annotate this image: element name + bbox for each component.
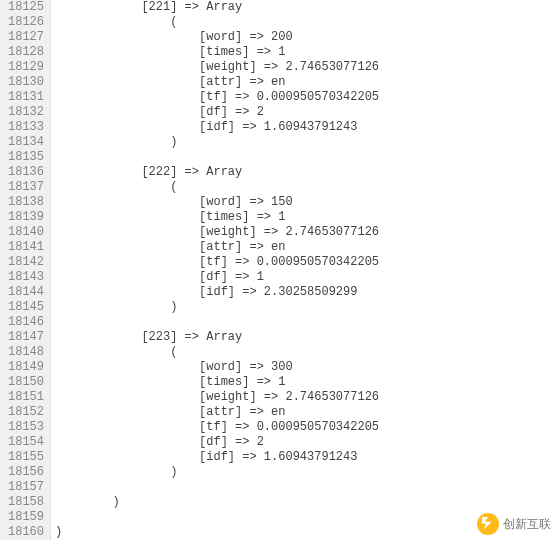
line-text: ) [51, 525, 62, 540]
line-number: 18152 [0, 405, 51, 420]
line-text: [idf] => 1.60943791243 [51, 120, 357, 135]
code-line: 18125 [221] => Array [0, 0, 557, 15]
code-line: 18152 [attr] => en [0, 405, 557, 420]
code-line: 18156 ) [0, 465, 557, 480]
code-line: 18153 [tf] => 0.000950570342205 [0, 420, 557, 435]
code-line: 18137 ( [0, 180, 557, 195]
line-text: ) [51, 300, 177, 315]
code-line: 18142 [tf] => 0.000950570342205 [0, 255, 557, 270]
line-text: [tf] => 0.000950570342205 [51, 255, 379, 270]
line-text: [tf] => 0.000950570342205 [51, 90, 379, 105]
line-text: [attr] => en [51, 240, 285, 255]
line-number: 18155 [0, 450, 51, 465]
line-number: 18154 [0, 435, 51, 450]
code-line: 18160) [0, 525, 557, 540]
code-line: 18143 [df] => 1 [0, 270, 557, 285]
code-line: 18154 [df] => 2 [0, 435, 557, 450]
line-text [51, 150, 55, 165]
code-line: 18148 ( [0, 345, 557, 360]
code-line: 18151 [weight] => 2.74653077126 [0, 390, 557, 405]
line-number: 18140 [0, 225, 51, 240]
watermark: 创新互联 [477, 513, 551, 535]
code-line: 18144 [idf] => 2.30258509299 [0, 285, 557, 300]
code-line: 18157 [0, 480, 557, 495]
code-line: 18150 [times] => 1 [0, 375, 557, 390]
code-line: 18127 [word] => 200 [0, 30, 557, 45]
line-number: 18150 [0, 375, 51, 390]
line-text: [word] => 150 [51, 195, 293, 210]
line-number: 18126 [0, 15, 51, 30]
line-text [51, 510, 55, 525]
line-number: 18149 [0, 360, 51, 375]
line-text: ( [51, 345, 177, 360]
line-text: [222] => Array [51, 165, 242, 180]
line-number: 18127 [0, 30, 51, 45]
line-number: 18138 [0, 195, 51, 210]
code-line: 18140 [weight] => 2.74653077126 [0, 225, 557, 240]
line-text: [weight] => 2.74653077126 [51, 225, 379, 240]
code-line: 18141 [attr] => en [0, 240, 557, 255]
code-line: 18134 ) [0, 135, 557, 150]
code-line: 18131 [tf] => 0.000950570342205 [0, 90, 557, 105]
line-text: [times] => 1 [51, 210, 285, 225]
code-line: 18146 [0, 315, 557, 330]
line-number: 18144 [0, 285, 51, 300]
line-number: 18153 [0, 420, 51, 435]
line-number: 18130 [0, 75, 51, 90]
line-number: 18141 [0, 240, 51, 255]
code-line: 18136 [222] => Array [0, 165, 557, 180]
code-line: 18133 [idf] => 1.60943791243 [0, 120, 557, 135]
line-text: [word] => 200 [51, 30, 293, 45]
line-number: 18136 [0, 165, 51, 180]
code-viewer: 18125 [221] => Array18126 (18127 [word] … [0, 0, 557, 540]
line-number: 18157 [0, 480, 51, 495]
bolt-icon [477, 513, 499, 535]
code-line: 18147 [223] => Array [0, 330, 557, 345]
code-line: 18126 ( [0, 15, 557, 30]
line-text: ) [51, 495, 120, 510]
line-number: 18160 [0, 525, 51, 540]
line-number: 18158 [0, 495, 51, 510]
line-number: 18148 [0, 345, 51, 360]
line-text: [idf] => 2.30258509299 [51, 285, 357, 300]
line-number: 18147 [0, 330, 51, 345]
line-text: [tf] => 0.000950570342205 [51, 420, 379, 435]
line-text: [attr] => en [51, 405, 285, 420]
line-text: [times] => 1 [51, 375, 285, 390]
line-text: [idf] => 1.60943791243 [51, 450, 357, 465]
code-line: 18135 [0, 150, 557, 165]
line-number: 18139 [0, 210, 51, 225]
line-text: ( [51, 15, 177, 30]
line-text: [df] => 1 [51, 270, 264, 285]
line-text: ) [51, 465, 177, 480]
line-text: [attr] => en [51, 75, 285, 90]
code-line: 18128 [times] => 1 [0, 45, 557, 60]
line-number: 18151 [0, 390, 51, 405]
line-text: ( [51, 180, 177, 195]
code-line: 18139 [times] => 1 [0, 210, 557, 225]
line-number: 18133 [0, 120, 51, 135]
code-line: 18159 [0, 510, 557, 525]
line-text: [df] => 2 [51, 435, 264, 450]
line-text: ) [51, 135, 177, 150]
code-line: 18130 [attr] => en [0, 75, 557, 90]
code-line: 18149 [word] => 300 [0, 360, 557, 375]
line-number: 18128 [0, 45, 51, 60]
line-text: [weight] => 2.74653077126 [51, 390, 379, 405]
line-number: 18137 [0, 180, 51, 195]
line-text: [df] => 2 [51, 105, 264, 120]
line-text: [223] => Array [51, 330, 242, 345]
line-number: 18143 [0, 270, 51, 285]
code-line: 18145 ) [0, 300, 557, 315]
line-text: [weight] => 2.74653077126 [51, 60, 379, 75]
line-text [51, 315, 55, 330]
line-number: 18159 [0, 510, 51, 525]
line-number: 18156 [0, 465, 51, 480]
line-number: 18145 [0, 300, 51, 315]
line-number: 18129 [0, 60, 51, 75]
watermark-text: 创新互联 [503, 516, 551, 533]
code-line: 18129 [weight] => 2.74653077126 [0, 60, 557, 75]
line-number: 18146 [0, 315, 51, 330]
code-line: 18158 ) [0, 495, 557, 510]
code-line: 18138 [word] => 150 [0, 195, 557, 210]
